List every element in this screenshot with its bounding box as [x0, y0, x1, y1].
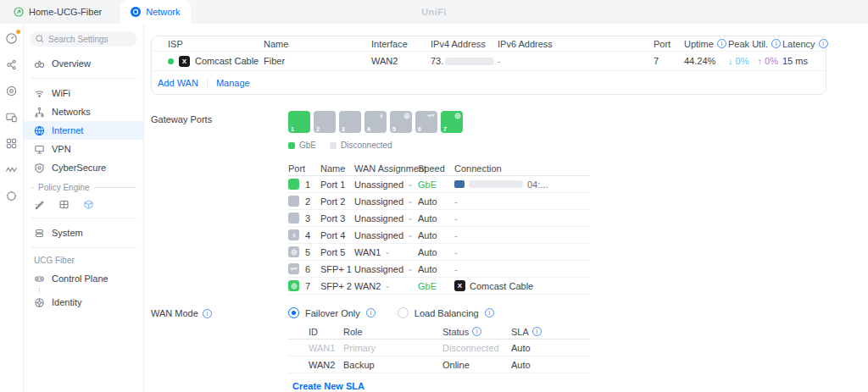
failover-only-radio[interactable]: [288, 307, 299, 318]
divider: [31, 78, 136, 79]
divider: [207, 78, 208, 87]
divider: [31, 218, 136, 218]
policy-engine-icons: [24, 196, 143, 213]
tab-home-label: Home-UCG-Fiber: [29, 7, 102, 17]
wan1-row: WAN1 Primary Disconnected Auto: [288, 340, 590, 356]
info-icon[interactable]: i: [819, 39, 828, 48]
policy-edit-icon[interactable]: [34, 199, 45, 210]
sidebar-item-internet[interactable]: Internet: [24, 121, 143, 140]
gateway-port-3[interactable]: 3: [339, 111, 361, 133]
search-settings[interactable]: [30, 31, 137, 47]
comcast-logo-icon: X: [454, 280, 465, 291]
isp-ipv6: -: [498, 56, 654, 66]
sidebar-item-identity[interactable]: Identity: [24, 293, 143, 312]
port-row-6: SFP6 SFP+ 1 Unassigned⌄ Auto -: [288, 261, 590, 278]
wan2-sla: Auto: [511, 360, 590, 370]
sidebar-item-control-plane[interactable]: Control Plane: [24, 269, 143, 288]
gateway-port-4[interactable]: 4: [364, 111, 387, 133]
ports-table-header: Port Name WAN Assignment Speed Connectio…: [288, 161, 590, 176]
add-wan-button[interactable]: Add WAN: [158, 78, 198, 88]
wan2-status: Online: [442, 360, 511, 370]
insights-icon[interactable]: [5, 163, 19, 176]
sidebar-item-system[interactable]: System: [24, 224, 143, 242]
gateway-port-5[interactable]: 5: [390, 111, 412, 133]
sidebar-item-vpn[interactable]: VPN: [24, 140, 143, 158]
info-icon[interactable]: i: [532, 327, 542, 336]
port-row-4: 4 Port 4 Unassigned⌄ Auto -: [288, 227, 590, 244]
wan-assignment-dropdown[interactable]: WAN1⌄: [354, 247, 418, 257]
wan-assignment-dropdown[interactable]: Unassigned⌄: [354, 213, 418, 224]
wan-priority-table: ID Role Statusi SLAi WAN1 Primary Discon…: [288, 324, 590, 373]
gateway-port-squares: 1 2 3 4 5 SFP 6: [288, 111, 590, 133]
topology-icon[interactable]: [5, 58, 19, 71]
search-icon: [36, 35, 44, 43]
isp-uptime: 44.24%: [684, 56, 728, 66]
sidebar-item-networks[interactable]: Networks: [24, 102, 143, 121]
tab-home-ucg-fiber[interactable]: Home-UCG-Fiber: [3, 0, 112, 24]
sidebar-item-overview[interactable]: Overview: [24, 54, 143, 73]
sidebar-item-wifi[interactable]: WiFi: [24, 84, 143, 102]
sfp-label-icon: SFP: [428, 113, 435, 118]
system-icon: [34, 228, 45, 239]
network-app-icon: [131, 7, 141, 17]
clients-icon[interactable]: [5, 136, 19, 150]
search-input[interactable]: [48, 35, 126, 44]
sfp-label-icon: SFP: [291, 267, 298, 271]
manage-button[interactable]: Manage: [216, 78, 250, 88]
port-legend: GbE Disconnected: [288, 141, 590, 150]
info-icon[interactable]: i: [366, 308, 376, 317]
gateway-port-7[interactable]: 7: [441, 111, 463, 133]
policy-table-icon[interactable]: [58, 199, 70, 210]
info-icon[interactable]: i: [472, 327, 481, 336]
top-bar: UniFi Home-UCG-Fiber Network: [0, 0, 868, 24]
wan-mode-label: WAN Mode: [151, 308, 198, 318]
info-icon[interactable]: i: [485, 308, 494, 317]
wan-assignment-dropdown[interactable]: Unassigned⌄: [354, 179, 418, 190]
wan-globe-icon: [291, 249, 298, 256]
port-row-1: 1 Port 1 Unassigned⌄ GbE 04:...: [288, 176, 590, 193]
policy-cube-icon[interactable]: [83, 199, 94, 210]
info-icon[interactable]: i: [203, 309, 212, 318]
isp-table-row[interactable]: X Comcast Cable Fiber WAN2 73. - 7 44.24…: [152, 52, 826, 71]
policy-engine-section-label: Policy Engine: [31, 183, 136, 192]
chevron-down-icon: ⌄: [407, 197, 414, 205]
wan-assignment-dropdown[interactable]: Unassigned⌄: [354, 230, 418, 240]
settings-sidebar: Overview WiFi Networks Internet VPN Cybe…: [24, 24, 144, 392]
tab-network[interactable]: Network: [120, 0, 190, 24]
gateway-port-2[interactable]: 2: [314, 111, 336, 133]
sidebar-item-label: Control Plane: [52, 273, 108, 284]
info-icon[interactable]: i: [771, 39, 781, 48]
load-balancing-radio[interactable]: [398, 307, 409, 318]
port-chip-wan: [288, 280, 299, 291]
divider: [31, 247, 136, 248]
load-balancing-label: Load Balancing: [415, 308, 479, 318]
wan-assignment-dropdown[interactable]: WAN2⌄: [354, 281, 418, 291]
wan-globe-icon: [291, 283, 298, 290]
notification-dot: [16, 30, 20, 34]
info-icon[interactable]: i: [717, 39, 726, 48]
port-chip: [288, 213, 299, 224]
gateway-ports-label: Gateway Ports: [151, 114, 212, 124]
isp-port: 7: [654, 56, 684, 66]
ucg-fiber-section-label: UCG Fiber: [34, 256, 136, 265]
port-row-5: 5 Port 5 WAN1⌄ Auto -: [288, 244, 590, 261]
isp-card: ISP Name Interface IPv4 Address IPv6 Add…: [151, 36, 826, 95]
gateway-ports-row: Gateway Ports 1 2 3 4 5 SFP: [151, 111, 868, 295]
settings-gear-icon[interactable]: [5, 189, 19, 202]
wifi-icon: [34, 88, 45, 99]
app-rail: [0, 24, 24, 392]
wan2-row: WAN2 Backup Online Auto: [288, 356, 590, 373]
dashboard-icon[interactable]: [5, 31, 19, 45]
sidebar-item-label: WiFi: [52, 88, 70, 98]
port-chip-wan: [288, 246, 299, 257]
gateway-port-1[interactable]: 1: [288, 111, 310, 133]
devices-icon[interactable]: [5, 110, 19, 124]
isp-table-header: ISP Name Interface IPv4 Address IPv6 Add…: [152, 36, 826, 52]
radios-icon[interactable]: [5, 84, 19, 97]
sidebar-item-cybersecure[interactable]: CyberSecure: [24, 158, 143, 177]
gateway-port-6[interactable]: SFP 6: [415, 111, 437, 133]
wan-assignment-dropdown[interactable]: Unassigned⌄: [354, 264, 418, 274]
identity-icon: [34, 297, 45, 308]
create-new-sla-button[interactable]: Create New SLA: [292, 381, 364, 391]
wan-assignment-dropdown[interactable]: Unassigned⌄: [354, 196, 418, 207]
